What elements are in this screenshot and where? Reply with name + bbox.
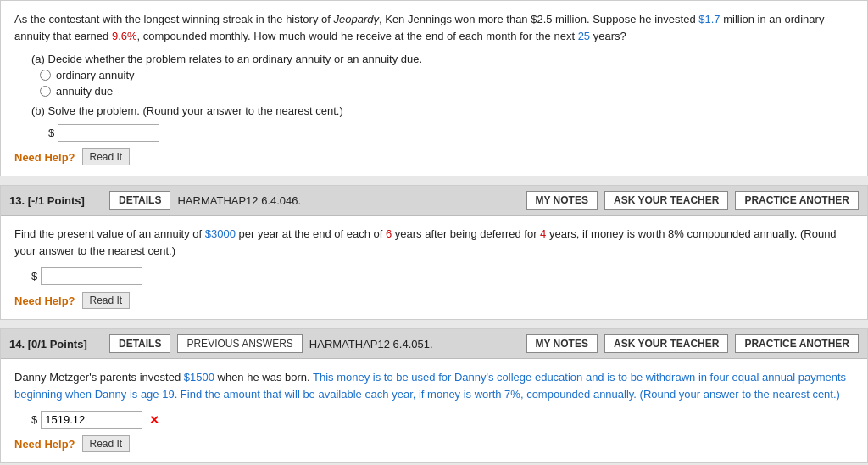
rate-highlight: 9.6% <box>112 30 137 42</box>
radio-annuity-due[interactable]: annuity due <box>40 85 854 98</box>
problem-14-practice-button[interactable]: PRACTICE ANOTHER <box>735 334 859 353</box>
problem-13-need-help-label: Need Help? <box>14 294 75 307</box>
problem-13-block: 13. [-/1 Points] DETAILS HARMATHAP12 6.4… <box>0 185 868 320</box>
jeopardy-italic: Jeopardy <box>334 13 379 25</box>
problem-14-need-help-label: Need Help? <box>14 438 75 451</box>
problem-13-ask-teacher-button[interactable]: ASK YOUR TEACHER <box>604 191 728 210</box>
p14-description: This money is to be used for Danny's col… <box>14 371 846 401</box>
problem-14-body: Danny Metzger's parents invested $1500 w… <box>1 359 867 462</box>
part-b-answer-input[interactable] <box>58 124 159 142</box>
part-b-input-row: $ <box>48 124 854 142</box>
top-question-section: As the contestant with the longest winni… <box>0 0 868 176</box>
radio-annuity-due-label: annuity due <box>56 85 113 98</box>
radio-ordinary-label: ordinary annuity <box>56 69 135 81</box>
problem-14-error-icon: ✕ <box>149 413 159 427</box>
problem-13-need-help-row: Need Help? Read It <box>14 292 854 309</box>
top-read-it-button[interactable]: Read It <box>82 148 131 165</box>
problem-13-practice-button[interactable]: PRACTICE ANOTHER <box>735 191 859 210</box>
problem-13-input-row: $ <box>31 267 854 285</box>
part-a-label: (a) Decide whether the problem relates t… <box>31 53 854 65</box>
problem-14-block: 14. [0/1 Points] DETAILS PREVIOUS ANSWER… <box>0 328 868 463</box>
problem-14-header: 14. [0/1 Points] DETAILS PREVIOUS ANSWER… <box>1 329 867 359</box>
problem-13-points: [-/1 Points] <box>28 194 85 207</box>
radio-ordinary-annuity[interactable]: ordinary annuity <box>40 69 854 81</box>
problem-13-read-it-button[interactable]: Read It <box>82 292 131 309</box>
problem-13-answer-input[interactable] <box>41 267 142 285</box>
p13-years1: 6 <box>386 227 392 240</box>
problem-14-prev-answers-button[interactable]: PREVIOUS ANSWERS <box>177 334 302 353</box>
problem-14-ask-teacher-button[interactable]: ASK YOUR TEACHER <box>604 334 728 353</box>
part-b-label: (b) Solve the problem. (Round your answe… <box>31 104 854 117</box>
problem-13-my-notes-button[interactable]: MY NOTES <box>526 191 598 210</box>
problem-14-input-row: $ ✕ <box>31 411 854 429</box>
years-highlight: 25 <box>578 30 590 42</box>
problem-14-my-notes-button[interactable]: MY NOTES <box>526 334 598 353</box>
dollar-sign: $ <box>48 126 54 139</box>
problem-14-answer-input[interactable] <box>41 411 142 429</box>
problem-14-number: 14. [0/1 Points] <box>9 338 103 350</box>
problem-13-code: HARMATHAP12 6.4.046. <box>177 194 301 207</box>
part-b: (b) Solve the problem. (Round your answe… <box>31 104 854 142</box>
top-need-help-label: Need Help? <box>14 151 75 164</box>
amount-highlight: $1.7 <box>698 13 720 25</box>
radio-ordinary-input[interactable] <box>40 70 51 81</box>
p13-dollar-sign: $ <box>31 270 37 283</box>
p14-amount: $1500 <box>184 371 214 384</box>
problem-13-body: Find the present value of an annuity of … <box>1 216 867 319</box>
problem-13-text: Find the present value of an annuity of … <box>14 226 854 259</box>
problem-14-points: [0/1 Points] <box>28 338 87 350</box>
problem-13-number: 13. [-/1 Points] <box>9 194 103 207</box>
problem-14-need-help-row: Need Help? Read It <box>14 435 854 452</box>
problem-14-text: Danny Metzger's parents invested $1500 w… <box>14 369 854 402</box>
problem-13-header: 13. [-/1 Points] DETAILS HARMATHAP12 6.4… <box>1 186 867 216</box>
top-need-help-row: Need Help? Read It <box>14 148 854 165</box>
radio-annuity-due-input[interactable] <box>40 86 51 97</box>
p13-amount: $3000 <box>205 227 236 240</box>
problem-14-details-button[interactable]: DETAILS <box>109 334 170 353</box>
problem-13-details-button[interactable]: DETAILS <box>109 191 170 210</box>
problem-14-code: HARMATHAP12 6.4.051. <box>309 338 433 350</box>
problem-14-read-it-button[interactable]: Read It <box>82 435 131 452</box>
part-a: (a) Decide whether the problem relates t… <box>31 53 854 98</box>
p13-years2: 4 <box>540 227 546 240</box>
top-question-text: As the contestant with the longest winni… <box>14 11 854 44</box>
p14-dollar-sign: $ <box>31 413 37 426</box>
